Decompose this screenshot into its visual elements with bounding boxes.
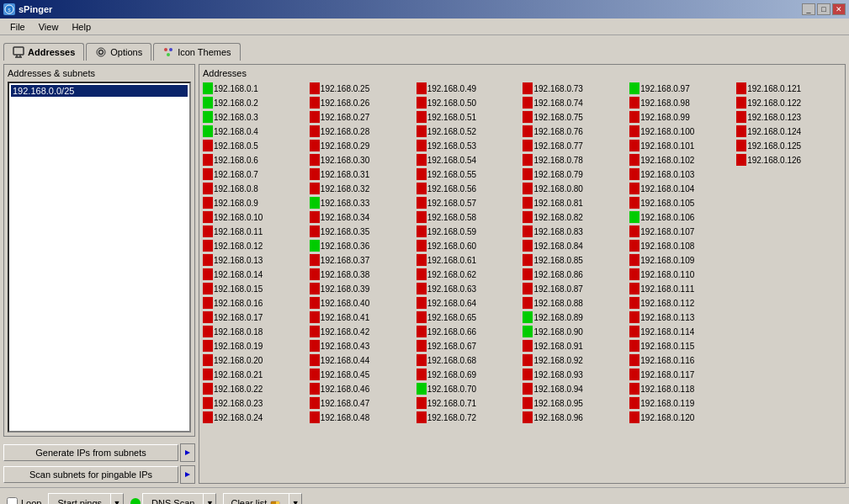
table-row[interactable]: 192.168.0.51 xyxy=(417,110,522,124)
table-row[interactable]: 192.168.0.15 xyxy=(203,282,308,295)
table-row[interactable]: 192.168.0.123 xyxy=(736,110,841,124)
table-row[interactable]: 192.168.0.124 xyxy=(736,125,841,138)
table-row[interactable]: 192.168.0.73 xyxy=(523,82,628,95)
table-row[interactable]: 192.168.0.19 xyxy=(203,339,308,353)
dns-scan-dropdown-arrow[interactable]: ▼ xyxy=(203,493,216,505)
scan-subnets-arrow[interactable] xyxy=(180,465,195,484)
menu-view[interactable]: View xyxy=(32,20,66,34)
table-row[interactable]: 192.168.0.108 xyxy=(629,239,735,252)
table-row[interactable]: 192.168.0.117 xyxy=(629,368,735,381)
table-row[interactable]: 192.168.0.104 xyxy=(629,182,735,195)
table-row[interactable]: 192.168.0.114 xyxy=(629,325,735,338)
subnet-listbox[interactable]: 192.168.0.0/25 xyxy=(8,82,191,432)
table-row[interactable]: 192.168.0.69 xyxy=(417,368,522,381)
table-row[interactable]: 192.168.0.98 xyxy=(629,96,735,109)
table-row[interactable]: 192.168.0.21 xyxy=(203,368,308,381)
table-row[interactable]: 192.168.0.68 xyxy=(417,353,522,367)
table-row[interactable]: 192.168.0.49 xyxy=(417,82,522,95)
table-row[interactable]: 192.168.0.126 xyxy=(736,153,841,167)
table-row[interactable]: 192.168.0.37 xyxy=(310,253,415,267)
table-row[interactable]: 192.168.0.120 xyxy=(629,411,735,424)
table-row[interactable]: 192.168.0.103 xyxy=(629,167,735,181)
table-row[interactable]: 192.168.0.9 xyxy=(203,196,308,210)
table-row[interactable]: 192.168.0.11 xyxy=(203,225,308,238)
menu-help[interactable]: Help xyxy=(65,20,98,34)
subnet-item[interactable]: 192.168.0.0/25 xyxy=(11,85,188,97)
table-row[interactable]: 192.168.0.93 xyxy=(523,368,628,381)
table-row[interactable]: 192.168.0.116 xyxy=(629,353,735,367)
table-row[interactable]: 192.168.0.46 xyxy=(310,382,415,395)
table-row[interactable]: 192.168.0.54 xyxy=(417,153,522,167)
table-row[interactable]: 192.168.0.83 xyxy=(523,225,628,238)
table-row[interactable]: 192.168.0.88 xyxy=(523,296,628,310)
table-row[interactable]: 192.168.0.36 xyxy=(310,239,415,252)
table-row[interactable]: 192.168.0.97 xyxy=(629,82,735,95)
loop-checkbox[interactable] xyxy=(7,497,18,504)
table-row[interactable]: 192.168.0.121 xyxy=(736,82,841,95)
table-row[interactable]: 192.168.0.99 xyxy=(629,110,735,124)
table-row[interactable]: 192.168.0.39 xyxy=(310,282,415,295)
tab-addresses[interactable]: Addresses xyxy=(3,43,84,61)
start-pings-button[interactable]: Start pings xyxy=(48,493,111,505)
table-row[interactable]: 192.168.0.75 xyxy=(523,110,628,124)
dns-scan-button[interactable]: DNS Scan xyxy=(142,493,204,505)
table-row[interactable]: 192.168.0.71 xyxy=(417,396,522,410)
table-row[interactable]: 192.168.0.55 xyxy=(417,167,522,181)
generate-ips-button[interactable]: Generate IPs from subnets xyxy=(3,444,178,461)
table-row[interactable]: 192.168.0.112 xyxy=(629,296,735,310)
table-row[interactable]: 192.168.0.107 xyxy=(629,225,735,238)
table-row[interactable]: 192.168.0.63 xyxy=(417,282,522,295)
table-row[interactable]: 192.168.0.50 xyxy=(417,96,522,109)
scan-subnets-button[interactable]: Scan subnets for pingable IPs xyxy=(3,466,178,483)
table-row[interactable]: 192.168.0.79 xyxy=(523,167,628,181)
table-row[interactable]: 192.168.0.118 xyxy=(629,382,735,395)
table-row[interactable]: 192.168.0.8 xyxy=(203,182,308,195)
table-row[interactable]: 192.168.0.29 xyxy=(310,139,415,152)
start-pings-dropdown-arrow[interactable]: ▼ xyxy=(110,493,124,505)
table-row[interactable]: 192.168.0.64 xyxy=(417,296,522,310)
table-row[interactable]: 192.168.0.26 xyxy=(310,96,415,109)
table-row[interactable]: 192.168.0.58 xyxy=(417,210,522,224)
table-row[interactable]: 192.168.0.24 xyxy=(203,411,308,424)
table-row[interactable]: 192.168.0.111 xyxy=(629,282,735,295)
table-row[interactable]: 192.168.0.2 xyxy=(203,96,308,109)
table-row[interactable]: 192.168.0.56 xyxy=(417,182,522,195)
table-row[interactable]: 192.168.0.5 xyxy=(203,139,308,152)
generate-ips-arrow[interactable] xyxy=(180,443,195,462)
table-row[interactable]: 192.168.0.86 xyxy=(523,268,628,281)
table-row[interactable]: 192.168.0.84 xyxy=(523,239,628,252)
table-row[interactable]: 192.168.0.43 xyxy=(310,339,415,353)
table-row[interactable]: 192.168.0.90 xyxy=(523,325,628,338)
table-row[interactable]: 192.168.0.14 xyxy=(203,268,308,281)
table-row[interactable]: 192.168.0.78 xyxy=(523,153,628,167)
table-row[interactable]: 192.168.0.82 xyxy=(523,210,628,224)
table-row[interactable]: 192.168.0.20 xyxy=(203,353,308,367)
table-row[interactable]: 192.168.0.87 xyxy=(523,282,628,295)
table-row[interactable]: 192.168.0.91 xyxy=(523,339,628,353)
tab-icon-themes[interactable]: Icon Themes xyxy=(153,43,240,61)
table-row[interactable]: 192.168.0.110 xyxy=(629,268,735,281)
table-row[interactable]: 192.168.0.16 xyxy=(203,296,308,310)
clear-list-button[interactable]: Clear list xyxy=(223,493,289,505)
table-row[interactable]: 192.168.0.122 xyxy=(736,96,841,109)
table-row[interactable]: 192.168.0.38 xyxy=(310,268,415,281)
table-row[interactable]: 192.168.0.27 xyxy=(310,110,415,124)
clear-list-dropdown-arrow[interactable]: ▼ xyxy=(289,493,302,505)
close-button[interactable]: ✕ xyxy=(832,3,846,15)
table-row[interactable]: 192.168.0.32 xyxy=(310,182,415,195)
table-row[interactable]: 192.168.0.115 xyxy=(629,339,735,353)
table-row[interactable]: 192.168.0.106 xyxy=(629,210,735,224)
table-row[interactable]: 192.168.0.12 xyxy=(203,239,308,252)
table-row[interactable]: 192.168.0.113 xyxy=(629,310,735,324)
table-row[interactable]: 192.168.0.74 xyxy=(523,96,628,109)
table-row[interactable]: 192.168.0.4 xyxy=(203,125,308,138)
table-row[interactable]: 192.168.0.28 xyxy=(310,125,415,138)
table-row[interactable]: 192.168.0.30 xyxy=(310,153,415,167)
table-row[interactable]: 192.168.0.72 xyxy=(417,411,522,424)
table-row[interactable]: 192.168.0.102 xyxy=(629,153,735,167)
table-row[interactable]: 192.168.0.77 xyxy=(523,139,628,152)
table-row[interactable]: 192.168.0.40 xyxy=(310,296,415,310)
table-row[interactable]: 192.168.0.10 xyxy=(203,210,308,224)
table-row[interactable]: 192.168.0.57 xyxy=(417,196,522,210)
minimize-button[interactable]: _ xyxy=(802,3,815,15)
